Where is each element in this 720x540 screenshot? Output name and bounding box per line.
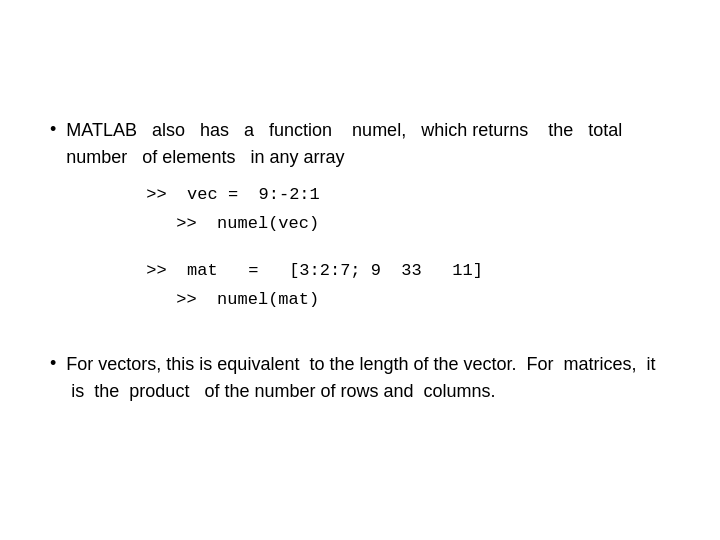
- bullet-text-2: For vectors, this is equivalent to the l…: [66, 351, 670, 405]
- code-block-1: >> vec = 9:-2:1 >> numel(vec): [66, 181, 670, 239]
- bullet-item-2: • For vectors, this is equivalent to the…: [50, 351, 670, 405]
- code-line-1-2: >> numel(vec): [146, 210, 670, 239]
- code-line-1-1: >> vec = 9:-2:1: [146, 181, 670, 210]
- bullet-dot-2: •: [50, 353, 56, 374]
- code-line-2-1: >> mat = [3:2:7; 9 33 11]: [146, 257, 670, 286]
- bullet-text-1: MATLAB also has a function numel, which …: [66, 120, 632, 167]
- bullet-item-1: • MATLAB also has a function numel, whic…: [50, 117, 670, 333]
- slide-content: • MATLAB also has a function numel, whic…: [20, 97, 700, 443]
- code-line-2-2: >> numel(mat): [146, 286, 670, 315]
- bullet-dot-1: •: [50, 119, 56, 140]
- code-block-2: >> mat = [3:2:7; 9 33 11] >> numel(mat): [66, 257, 670, 315]
